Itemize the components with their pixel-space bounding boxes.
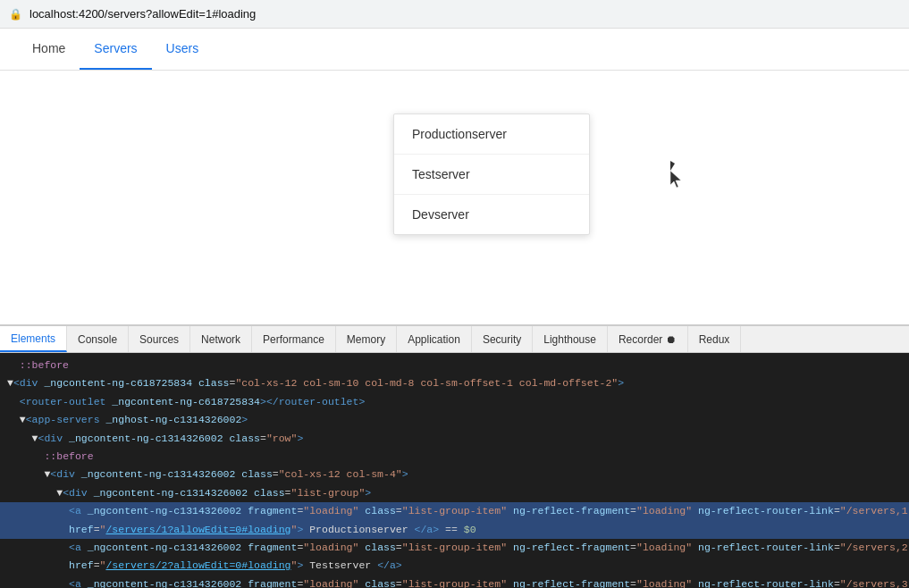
code-line-8: ▼<div _ngcontent-ng-c1314326002 class="l… <box>0 484 909 502</box>
url-bar[interactable]: localhost:4200/servers?allowEdit=1#loadi… <box>29 7 256 21</box>
tab-redux[interactable]: Redux <box>688 326 742 352</box>
tab-recorder[interactable]: Recorder ⏺ <box>608 326 688 352</box>
code-line-6: ::before <box>0 448 909 466</box>
mouse-cursor <box>670 161 681 179</box>
code-line-1: ::before <box>0 357 909 374</box>
devtools-tabs: Elements Console Sources Network Perform… <box>0 326 909 353</box>
app-area: Home Servers Users Productionserver Test… <box>0 29 909 323</box>
code-line-3: <router-outlet _ngcontent-ng-c618725834>… <box>0 393 909 411</box>
code-line-2: ▼<div _ngcontent-ng-c618725834 class="co… <box>0 374 909 392</box>
code-line-9: <a _ngcontent-ng-c1314326002 fragment="l… <box>0 502 909 520</box>
tab-elements[interactable]: Elements <box>0 326 67 352</box>
dropdown-item-testserver[interactable]: Testserver <box>394 155 589 195</box>
dropdown-item-productionserver[interactable]: Productionserver <box>394 114 589 155</box>
tab-security[interactable]: Security <box>472 326 533 352</box>
servers-dropdown: Productionserver Testserver Devserver <box>393 113 590 235</box>
tab-performance[interactable]: Performance <box>252 326 336 352</box>
devtools-panel: Elements Console Sources Network Perform… <box>0 324 909 588</box>
code-line-11: <a _ngcontent-ng-c1314326002 fragment="l… <box>0 539 909 557</box>
lock-icon: 🔒 <box>9 8 22 21</box>
tab-application[interactable]: Application <box>397 326 472 352</box>
tab-lighthouse[interactable]: Lighthouse <box>533 326 608 352</box>
svg-marker-0 <box>670 171 681 188</box>
tab-network[interactable]: Network <box>190 326 252 352</box>
tab-memory[interactable]: Memory <box>336 326 397 352</box>
nav-tab-users[interactable]: Users <box>152 29 214 70</box>
code-line-7: ▼<div _ngcontent-ng-c1314326002 class="c… <box>0 466 909 483</box>
tab-console[interactable]: Console <box>67 326 129 352</box>
nav-tab-home[interactable]: Home <box>18 29 80 70</box>
dropdown-item-devserver[interactable]: Devserver <box>394 195 589 234</box>
code-line-10: href="/servers/1?allowEdit=0#loading"> P… <box>0 521 909 539</box>
code-line-13: <a _ngcontent-ng-c1314326002 fragment="l… <box>0 575 909 588</box>
browser-bar: 🔒 localhost:4200/servers?allowEdit=1#loa… <box>0 0 909 29</box>
code-line-4: ▼<app-servers _nghost-ng-c1314326002> <box>0 411 909 429</box>
devtools-content: ::before ▼<div _ngcontent-ng-c618725834 … <box>0 353 909 588</box>
nav-bar: Home Servers Users <box>0 29 909 71</box>
code-line-5: ▼<div _ngcontent-ng-c1314326002 class="r… <box>0 430 909 448</box>
nav-tab-servers[interactable]: Servers <box>80 29 151 70</box>
tab-sources[interactable]: Sources <box>129 326 190 352</box>
code-line-12: href="/servers/2?allowEdit=0#loading"> T… <box>0 557 909 575</box>
